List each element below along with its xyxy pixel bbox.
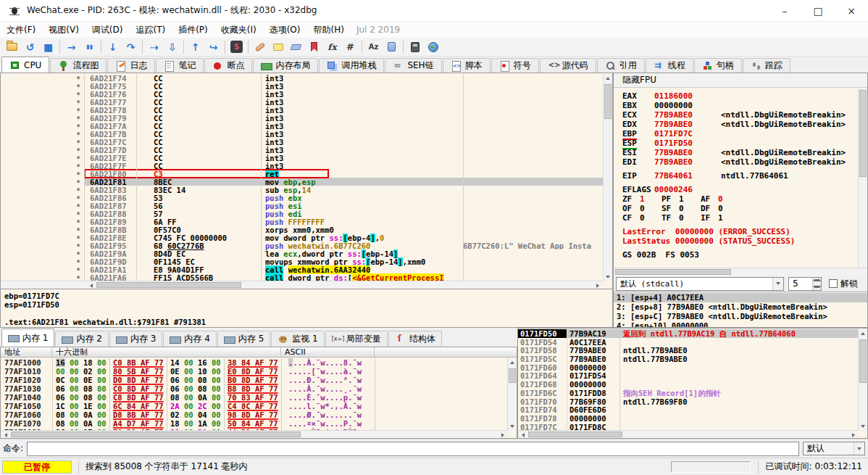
stop-button[interactable]: ■ — [39, 38, 57, 55]
stack-row[interactable]: 0171FD7077B69F80ntdll.77B69F80 — [518, 397, 858, 406]
register-line[interactable]: LastStatus 00000000 (STATUS_SUCCESS) — [614, 236, 859, 246]
breakpoint-dot[interactable]: ● — [71, 178, 85, 186]
breakpoint-dot[interactable]: ● — [71, 194, 85, 202]
argument-row[interactable]: 4: [esp+10] 00000000 — [614, 321, 867, 327]
dump-row[interactable]: 77AF107008 00 0A 00A4 D7 AF 7718 00 1A 0… — [1, 419, 508, 428]
register-row[interactable]: ESI77B9ABE0<ntdll.DbgUiRemoteBreakin> — [614, 148, 859, 157]
register-row[interactable]: ZF1PF1AF0 — [614, 194, 859, 204]
tab-trace-tab[interactable]: 跟踪 — [743, 58, 790, 73]
chevron-down-icon[interactable] — [854, 442, 864, 455]
window-minimize-button[interactable]: – — [768, 0, 801, 21]
tab-breakpoints[interactable]: 断点 — [204, 58, 252, 73]
registers-vertical-scrollbar[interactable] — [858, 88, 867, 268]
breakpoint-dot[interactable]: ● — [71, 106, 85, 114]
disasm-row[interactable]: ●6AD21F77CCint3 — [1, 98, 604, 106]
register-value[interactable]: 00000000 — [654, 101, 721, 110]
breakpoint-dot[interactable]: ● — [71, 218, 85, 226]
open-file-button[interactable] — [3, 38, 21, 55]
menu-item-help[interactable]: 帮助(H) — [306, 22, 350, 38]
breakpoint-dot[interactable]: ● — [71, 265, 85, 273]
argument-count-stepper[interactable]: 5 — [788, 277, 822, 291]
register-row[interactable]: EDI77B9ABE0<ntdll.DbgUiRemoteBreakin> — [614, 157, 859, 167]
disasm-row[interactable]: ●6AD21F8653push ebx — [1, 194, 604, 202]
hide-fpu-button[interactable]: 隐藏FPU — [614, 73, 867, 88]
tab-memory-3[interactable]: 内存 3 — [109, 331, 162, 347]
pause-button[interactable]: ▮▮ — [80, 38, 99, 55]
scroll-thumb[interactable] — [96, 282, 241, 288]
register-row[interactable]: EIP77B64061ntdll.77B64061 — [614, 171, 859, 181]
disasm-row[interactable]: ●6AD21F8383EC 14sub esp,14 — [1, 186, 604, 194]
tab-call-stack[interactable]: 调用堆栈 — [319, 58, 384, 73]
disasm-row[interactable]: ●6AD21F80C3ret — [1, 170, 604, 178]
execute-till-return-button[interactable]: ⇩ — [163, 38, 181, 55]
scroll-up-arrow-icon[interactable] — [604, 74, 612, 83]
disasm-row[interactable]: ●6AD21F7BCCint3 — [1, 130, 604, 138]
register-row[interactable]: EBP0171FD7C — [614, 129, 859, 139]
tab-threads[interactable]: 线程 — [646, 58, 693, 73]
disasm-row[interactable]: ●6AD21F9D0F1145 ECmovups xmmword ptr ss:… — [1, 257, 604, 265]
tab-memory-map[interactable]: 内存布局 — [253, 58, 318, 73]
disasm-row[interactable]: ●6AD21F7CCCint3 — [1, 138, 604, 146]
stack-row[interactable]: 0171FD74D60FE6D6 — [518, 405, 858, 414]
step-out-button[interactable]: ↑ — [186, 38, 204, 55]
breakpoint-dot[interactable]: ● — [71, 138, 85, 146]
step-into-button[interactable]: ↓ — [104, 38, 122, 55]
stack-vertical-scrollbar[interactable] — [858, 329, 867, 431]
stack-horizontal-scrollbar[interactable] — [518, 430, 858, 438]
disasm-row[interactable]: ●6AD21F8EC745 FC 00000000mov dword ptr s… — [1, 234, 604, 241]
stack-row[interactable]: 0171FD7800000000 — [518, 414, 858, 423]
menu-item-favourites[interactable]: 收藏夹(I) — [214, 22, 263, 38]
scroll-thumb[interactable] — [11, 431, 301, 437]
breakpoint-dot[interactable]: ● — [71, 90, 85, 98]
tab-locals[interactable]: 局部变量 — [325, 331, 388, 347]
scroll-right-arrow-icon[interactable] — [848, 431, 858, 439]
flag-value[interactable]: 0 — [718, 204, 740, 213]
function-button[interactable]: fx — [323, 38, 341, 55]
argument-row[interactable]: 3: [esp+C] 77B9ABE0 <ntdll.DbgUiRemoteBr… — [614, 312, 867, 321]
register-row[interactable]: ECX77B9ABE0<ntdll.DbgUiRemoteBreakin> — [614, 110, 859, 120]
run-button[interactable]: → — [62, 38, 80, 55]
disasm-row[interactable]: ●6AD21F75CCint3 — [1, 82, 604, 90]
breakpoint-dot[interactable]: ● — [71, 74, 85, 82]
scroll-up-arrow-icon[interactable] — [508, 358, 517, 367]
tab-watch-1[interactable]: 监视 1 — [271, 331, 324, 347]
stack-row[interactable]: 0171FD6800000000 — [518, 380, 858, 389]
scroll-left-arrow-icon[interactable] — [1, 431, 10, 439]
register-line[interactable]: LastError 00000000 (ERROR_SUCCESS) — [614, 227, 859, 236]
breakpoint-dot[interactable]: ● — [71, 114, 85, 122]
disasm-row[interactable]: ●6AD21F7DCCint3 — [1, 146, 604, 154]
stepper-down-icon[interactable] — [813, 284, 821, 290]
disasm-row[interactable]: ●6AD21F74CCint3 — [1, 74, 604, 82]
stack-row[interactable]: 0171FD5077B9AC19返回到 ntdll.77B9AC19 自 ntd… — [518, 329, 858, 338]
tab-references[interactable]: 引用 — [597, 58, 645, 73]
flag-value[interactable]: 1 — [679, 194, 701, 204]
scroll-right-arrow-icon[interactable] — [593, 281, 602, 289]
dump-header-address[interactable]: 地址 — [1, 347, 52, 357]
disasm-row[interactable]: ●6AD21FA1E8 9A04D1FFcall wechatwin.6AA32… — [1, 265, 604, 273]
dump-row[interactable]: 77AF101000 00 02 0080 5B AF 770E 00 10 0… — [1, 367, 508, 376]
disasm-row[interactable]: ●6AD21F896A FFpush FFFFFFFF — [1, 218, 604, 226]
disasm-row[interactable]: ●6AD21F818BECmov ebp,esp — [1, 178, 604, 186]
breakpoint-dot[interactable]: ● — [71, 122, 85, 130]
breakpoint-dot[interactable]: ● — [71, 170, 85, 178]
tab-memory-4[interactable]: 内存 4 — [163, 331, 216, 347]
scroll-thumb[interactable] — [509, 368, 516, 383]
stepper-up-icon[interactable] — [813, 278, 821, 284]
chevron-down-icon[interactable] — [772, 278, 783, 290]
tab-graph[interactable]: 流程图 — [50, 58, 107, 73]
tab-log[interactable]: 日志 — [107, 58, 155, 73]
stack-row[interactable]: 0171FD5C77B9ABE0ntdll.77B9ABE0 — [518, 355, 858, 363]
registers-horizontal-scrollbar[interactable] — [614, 268, 867, 276]
breakpoint-dot[interactable]: ● — [71, 241, 85, 249]
breakpoint-dot[interactable]: ● — [71, 98, 85, 106]
menu-item-debug[interactable]: 调试(D) — [85, 22, 130, 38]
register-row[interactable]: EBX00000000 — [614, 101, 859, 110]
breakpoint-dot[interactable]: ● — [71, 257, 85, 265]
flag-value[interactable]: 0 — [640, 213, 662, 223]
tab-memory-1[interactable]: 内存 1 — [1, 329, 54, 347]
argument-row[interactable]: 1: [esp+4] A0C17EEA — [614, 293, 867, 302]
tab-struct[interactable]: 结构体 — [388, 331, 442, 347]
scroll-thumb[interactable] — [604, 84, 612, 119]
breakpoint-dot[interactable]: ● — [71, 154, 85, 162]
tab-cpu[interactable]: CPU — [1, 57, 49, 73]
